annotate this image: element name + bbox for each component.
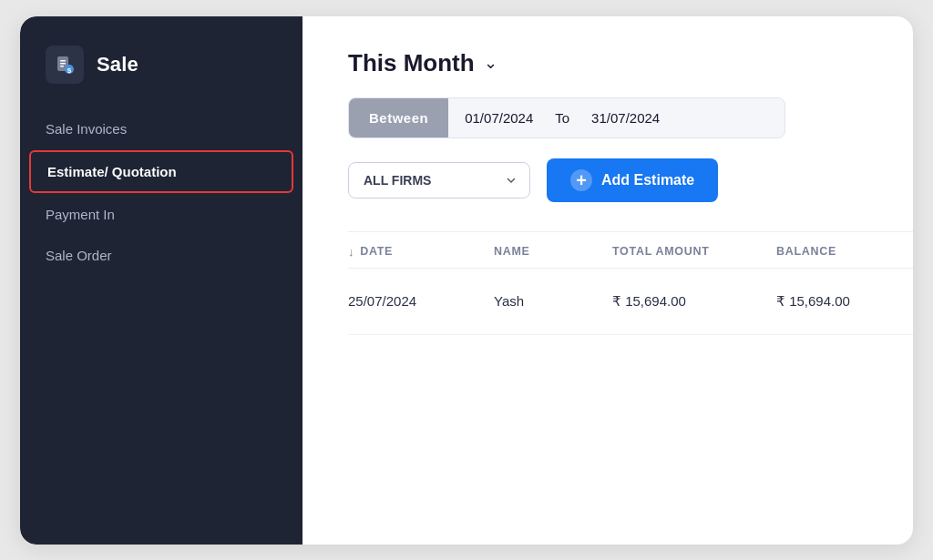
sale-icon: $: [54, 54, 76, 76]
cell-balance: ₹ 15,694.00: [776, 293, 913, 310]
to-label: To: [549, 98, 575, 137]
period-chevron-icon[interactable]: ⌄: [484, 53, 497, 73]
svg-rect-3: [60, 66, 64, 67]
period-title[interactable]: This Month: [348, 49, 475, 77]
col-header-balance: BALANCE: [776, 245, 913, 259]
between-label: Between: [349, 98, 448, 137]
sidebar-item-sale-order[interactable]: Sale Order: [20, 236, 302, 275]
plus-icon: +: [570, 169, 592, 191]
col-header-date: ↓ DATE: [348, 245, 494, 259]
data-table: ↓ DATE NAME TOTAL AMOUNT BALANCE STATUS …: [348, 231, 913, 335]
filter-row: ALL FIRMS + Add Estimate: [348, 158, 913, 202]
cell-total-amount: ₹ 15,694.00: [612, 293, 776, 310]
add-estimate-button[interactable]: + Add Estimate: [547, 158, 718, 202]
sidebar-item-payment-in[interactable]: Payment In: [20, 195, 302, 234]
cell-name: Yash: [494, 293, 612, 309]
period-selector-row: This Month ⌄: [348, 49, 913, 77]
sale-icon-box: $: [46, 46, 84, 84]
main-card: $ Sale Sale Invoices Estimate/ Quotation…: [20, 16, 913, 545]
sidebar-title: Sale: [97, 53, 138, 76]
sidebar-item-sale-invoices[interactable]: Sale Invoices: [20, 109, 302, 148]
svg-text:$: $: [67, 66, 72, 75]
firms-select[interactable]: ALL FIRMS: [348, 162, 530, 199]
sort-down-icon: ↓: [348, 245, 354, 259]
table-body: 25/07/2024 Yash ₹ 15,694.00 ₹ 15,694.00 …: [348, 269, 913, 335]
sidebar-item-estimate-quotation[interactable]: Estimate/ Quotation: [29, 150, 293, 193]
table-header: ↓ DATE NAME TOTAL AMOUNT BALANCE STATUS …: [348, 232, 913, 269]
svg-rect-2: [60, 63, 66, 65]
sidebar: $ Sale Sale Invoices Estimate/ Quotation…: [20, 16, 302, 545]
date-range-bar: Between 01/07/2024 To 31/07/2024: [348, 97, 785, 138]
svg-rect-1: [60, 60, 66, 62]
date-from[interactable]: 01/07/2024: [448, 98, 549, 137]
main-content: This Month ⌄ Between 01/07/2024 To 31/07…: [302, 16, 913, 545]
sidebar-header: $ Sale: [20, 46, 302, 109]
col-header-total-amount: TOTAL AMOUNT: [612, 245, 776, 259]
sidebar-nav: Sale Invoices Estimate/ Quotation Paymen…: [20, 109, 302, 275]
table-row: 25/07/2024 Yash ₹ 15,694.00 ₹ 15,694.00 …: [348, 269, 913, 335]
col-header-name: NAME: [494, 245, 612, 259]
cell-date: 25/07/2024: [348, 293, 494, 309]
date-to[interactable]: 31/07/2024: [575, 98, 676, 137]
add-estimate-label: Add Estimate: [601, 172, 694, 188]
